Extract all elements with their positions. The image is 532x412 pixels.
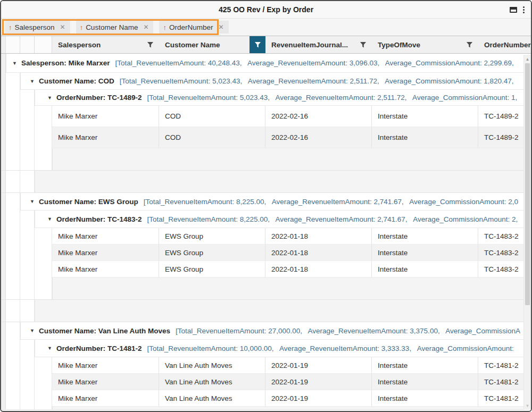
collapse-arrow-icon[interactable]: ▼ [30,79,39,84]
cell-revenue-item-journal[interactable]: 2022-01-18 [265,228,372,245]
cell-salesperson[interactable]: Mike Marxer [52,245,159,261]
cell-revenue-item-journal[interactable]: 2022-02-16 [265,127,372,148]
column-header-ordernumber[interactable]: OrderNumber [478,36,532,53]
collapse-arrow-icon[interactable]: ▼ [30,199,39,204]
group-footer-row [1,171,531,193]
table-row[interactable]: Mike MarxerCOD2022-02-16InterstateTC-148… [1,106,531,127]
group-chip-salesperson[interactable]: ↑ Salesperson ✕ [5,21,70,33]
filter-icon[interactable] [360,41,367,48]
column-header-customer-name[interactable]: Customer Name [159,36,265,53]
collapse-arrow-icon[interactable]: ▼ [12,61,21,66]
group-row-content[interactable]: ▼Customer Name: Van Line Auth Moves[Tota… [20,322,531,340]
group-row-level-3[interactable]: ▼OrderNumber: TC-1481-2[Total_RevenueIte… [1,340,531,357]
group-row-level-2[interactable]: ▼Customer Name: COD[Total_RevenueItemAmo… [1,73,531,90]
group-chip-ordernumber[interactable]: ↑ OrderNumber ✕ [159,21,228,33]
group-chip-label: Salesperson [15,23,55,31]
group-row-level-1[interactable]: ▼Salesperson: Mike Marxer[Total_RevenueI… [1,54,531,73]
table-row[interactable]: Mike MarxerVan Line Auth Moves2022-01-19… [1,390,531,407]
group-row-content[interactable]: ▼OrderNumber: TC-1481-2[Total_RevenueIte… [35,340,531,357]
cell-salesperson[interactable]: Mike Marxer [52,390,159,407]
row-indent-cell [6,390,20,407]
cell-type-of-move[interactable]: Interstate [372,127,478,148]
group-row-content[interactable]: ▼OrderNumber: TC-1483-2[Total_RevenueIte… [35,211,531,228]
cell-customer-name[interactable]: Van Line Auth Moves [159,390,265,407]
cell-salesperson[interactable]: Mike Marxer [52,127,159,148]
table-row[interactable]: Mike MarxerCOD2022-02-16InterstateTC-148… [1,127,531,148]
column-header-revenueitemjournal[interactable]: RevenueItemJournal... [265,36,372,53]
cell-revenue-item-journal[interactable]: 2022-02-16 [265,106,372,127]
group-indent-cell [6,193,20,211]
sort-asc-icon: ↑ [9,24,12,31]
group-row-level-2[interactable]: ▼Customer Name: EWS Group[Total_RevenueI… [1,193,531,211]
more-options-icon[interactable] [522,5,526,14]
cell-salesperson[interactable]: Mike Marxer [52,357,159,374]
row-gutter [1,127,6,148]
cell-revenue-item-journal[interactable]: 2022-01-19 [265,390,372,407]
cell-customer-name[interactable]: EWS Group [159,245,265,261]
cell-revenue-item-journal[interactable]: 2022-01-19 [265,357,372,374]
column-header-typeofmove[interactable]: TypeOfMove [372,36,478,53]
collapse-arrow-icon[interactable]: ▼ [47,346,56,351]
cell-type-of-move[interactable]: Interstate [372,390,478,407]
scrollbar-thumb[interactable] [525,63,530,305]
footer-indent-cell [6,171,20,193]
group-row-content[interactable]: ▼OrderNumber: TC-1489-2[Total_RevenueIte… [35,90,531,106]
group-chip-customer-name[interactable]: ↑ Customer Name ✕ [76,21,154,33]
group-footer-area [52,278,531,300]
cell-customer-name[interactable]: COD [159,106,265,127]
row-indent-cell [6,245,20,261]
cell-customer-name[interactable]: Van Line Auth Moves [159,357,265,374]
cell-type-of-move[interactable]: Interstate [372,374,478,390]
group-footer-row [1,278,531,300]
scroll-up-icon[interactable]: ▲ [524,55,531,63]
column-header-salesperson[interactable]: Salesperson [52,36,159,53]
vertical-scrollbar[interactable]: ▲ ▼ [523,55,531,410]
cell-customer-name[interactable]: EWS Group [159,228,265,245]
cell-type-of-move[interactable]: Interstate [372,245,478,261]
scroll-down-icon[interactable]: ▼ [524,402,531,409]
collapse-arrow-icon[interactable]: ▼ [47,95,56,100]
row-gutter [1,228,6,245]
filter-icon[interactable] [466,41,473,48]
row-indent-cell [20,261,35,278]
table-row[interactable]: Mike MarxerVan Line Auth Moves2022-01-19… [1,357,531,374]
group-row-content[interactable]: ▼Customer Name: COD[Total_RevenueItemAmo… [20,73,531,90]
group-footer-area [52,407,531,410]
cell-revenue-item-journal[interactable]: 2022-01-19 [265,374,372,390]
group-row-level-2[interactable]: ▼Customer Name: Van Line Auth Moves[Tota… [1,322,531,340]
table-row[interactable]: Mike MarxerEWS Group2022-01-18Interstate… [1,245,531,261]
cell-salesperson[interactable]: Mike Marxer [52,106,159,127]
cell-customer-name[interactable]: COD [159,127,265,148]
header-indent-cell [35,36,52,53]
group-footer-row [1,300,531,322]
cell-customer-name[interactable]: EWS Group [159,261,265,278]
cell-salesperson[interactable]: Mike Marxer [52,374,159,390]
active-filter-button[interactable] [250,36,265,53]
group-row-content[interactable]: ▼Customer Name: EWS Group[Total_RevenueI… [20,193,531,211]
group-by-panel: ↑ Salesperson ✕ ↑ Customer Name ✕ ↑ Orde… [1,19,531,36]
table-row[interactable]: Mike MarxerEWS Group2022-01-18Interstate… [1,261,531,278]
remove-chip-icon[interactable]: ✕ [219,24,224,30]
collapse-arrow-icon[interactable]: ▼ [30,328,39,333]
cell-type-of-move[interactable]: Interstate [372,106,478,127]
group-row-content[interactable]: ▼Salesperson: Mike Marxer[Total_RevenueI… [6,54,531,73]
row-indent-cell [35,261,52,278]
collapse-arrow-icon[interactable]: ▼ [47,216,56,222]
cell-salesperson[interactable]: Mike Marxer [52,261,159,278]
cell-salesperson[interactable]: Mike Marxer [52,228,159,245]
remove-chip-icon[interactable]: ✕ [60,24,65,30]
group-row-level-3[interactable]: ▼OrderNumber: TC-1483-2[Total_RevenueIte… [1,211,531,228]
cell-revenue-item-journal[interactable]: 2022-01-18 [265,261,372,278]
window-layout-icon[interactable] [510,7,517,13]
cell-customer-name[interactable]: Van Line Auth Moves [159,374,265,390]
cell-type-of-move[interactable]: Interstate [372,228,478,245]
filter-icon[interactable] [147,41,154,48]
row-gutter [1,357,6,374]
table-row[interactable]: Mike MarxerVan Line Auth Moves2022-01-19… [1,374,531,390]
remove-chip-icon[interactable]: ✕ [143,24,148,30]
cell-type-of-move[interactable]: Interstate [372,357,478,374]
cell-revenue-item-journal[interactable]: 2022-01-18 [265,245,372,261]
table-row[interactable]: Mike MarxerEWS Group2022-01-18Interstate… [1,228,531,245]
cell-type-of-move[interactable]: Interstate [372,261,478,278]
group-row-level-3[interactable]: ▼OrderNumber: TC-1489-2[Total_RevenueIte… [1,90,531,106]
